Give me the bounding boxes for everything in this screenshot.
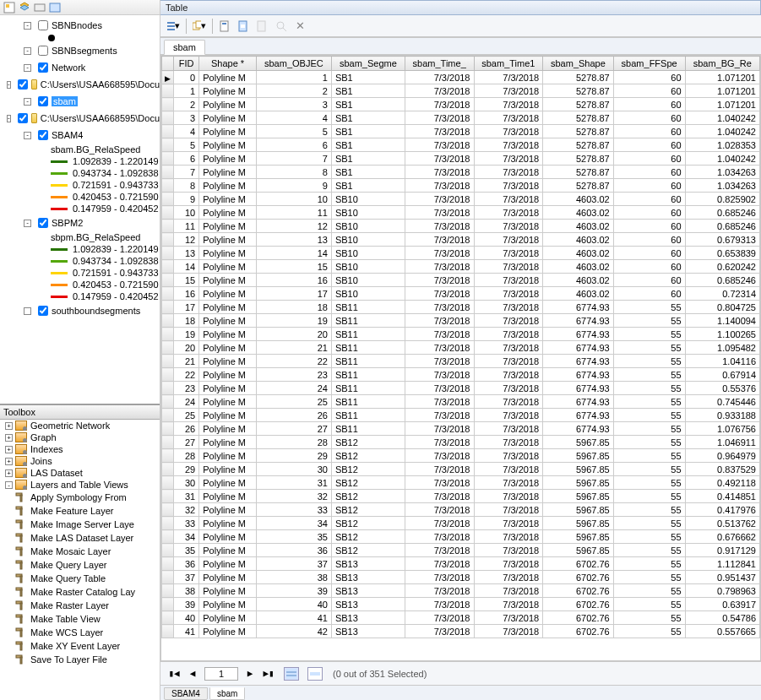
table-cell[interactable]: 16	[256, 274, 331, 287]
table-cell[interactable]: 7/3/2018	[474, 301, 543, 314]
table-cell[interactable]: 7/3/2018	[405, 409, 474, 422]
table-cell[interactable]: 24	[256, 382, 331, 395]
table-row[interactable]: 3Polyline M4SB17/3/20187/3/20185278.8760…	[162, 111, 760, 125]
table-cell[interactable]: 11	[256, 206, 331, 220]
table-cell[interactable]: 1.095482	[685, 341, 759, 355]
toc-tree[interactable]: -SBNBnodes-SBNBsegments-Network-C:\Users…	[0, 15, 160, 404]
layer-checkbox[interactable]	[38, 20, 48, 30]
table-cell[interactable]: 55	[613, 571, 685, 584]
table-cell[interactable]: Polyline M	[199, 422, 257, 436]
table-cell[interactable]: 1.046911	[685, 436, 759, 449]
table-cell[interactable]: 18	[174, 314, 199, 328]
row-header[interactable]	[162, 220, 174, 233]
table-cell[interactable]: 55	[613, 625, 685, 638]
table-cell[interactable]: 0.798963	[685, 584, 759, 598]
table-cell[interactable]: 23	[256, 368, 331, 382]
table-cell[interactable]: 6774.93	[543, 341, 614, 355]
table-cell[interactable]: 7/3/2018	[474, 328, 543, 341]
table-cell[interactable]: 7/3/2018	[405, 84, 474, 98]
table-cell[interactable]: 0.417976	[685, 503, 759, 517]
table-cell[interactable]: 6702.76	[543, 625, 614, 638]
table-cell[interactable]: 7/3/2018	[474, 625, 543, 638]
row-header[interactable]: ▶	[162, 71, 174, 84]
table-cell[interactable]: 18	[256, 301, 331, 314]
table-row[interactable]: 37Polyline M38SB137/3/20187/3/20186702.7…	[162, 571, 760, 584]
table-cell[interactable]: Polyline M	[199, 166, 257, 179]
table-cell[interactable]: 38	[174, 584, 199, 598]
row-header[interactable]	[162, 355, 174, 368]
table-cell[interactable]: Polyline M	[199, 220, 257, 233]
table-cell[interactable]: 7/3/2018	[474, 476, 543, 490]
table-cell[interactable]: 33	[174, 517, 199, 530]
row-header[interactable]	[162, 530, 174, 544]
table-row[interactable]: 8Polyline M9SB17/3/20187/3/20185278.8760…	[162, 179, 760, 193]
table-cell[interactable]: 5967.85	[543, 544, 614, 557]
table-cell[interactable]: 55	[613, 598, 685, 611]
table-cell[interactable]: SB10	[331, 206, 405, 220]
record-number-input[interactable]	[204, 667, 238, 681]
table-row[interactable]: 36Polyline M37SB137/3/20187/3/20186702.7…	[162, 557, 760, 571]
table-cell[interactable]: Polyline M	[199, 503, 257, 517]
table-cell[interactable]: 60	[613, 247, 685, 260]
table-cell[interactable]: 7/3/2018	[405, 584, 474, 598]
table-row[interactable]: 23Polyline M24SB117/3/20187/3/20186774.9…	[162, 382, 760, 395]
table-cell[interactable]: 7/3/2018	[405, 436, 474, 449]
table-cell[interactable]: 6774.93	[543, 368, 614, 382]
table-cell[interactable]: 7/3/2018	[474, 233, 543, 247]
table-cell[interactable]: 7/3/2018	[474, 287, 543, 301]
table-cell[interactable]: 0.557665	[685, 625, 759, 638]
table-cell[interactable]: 7/3/2018	[474, 395, 543, 409]
row-header[interactable]	[162, 152, 174, 166]
table-cell[interactable]: Polyline M	[199, 260, 257, 274]
table-cell[interactable]: SB12	[331, 544, 405, 557]
table-cell[interactable]: 6774.93	[543, 314, 614, 328]
table-cell[interactable]: 60	[613, 233, 685, 247]
table-cell[interactable]: SB11	[331, 382, 405, 395]
table-cell[interactable]: 14	[256, 247, 331, 260]
table-cell[interactable]: 7/3/2018	[474, 220, 543, 233]
table-cell[interactable]: 55	[613, 503, 685, 517]
table-cell[interactable]: 1.071201	[685, 98, 759, 111]
layer-checkbox[interactable]	[18, 79, 28, 90]
table-cell[interactable]: 55	[613, 328, 685, 341]
table-row[interactable]: 20Polyline M21SB117/3/20187/3/20186774.9…	[162, 341, 760, 355]
row-header[interactable]	[162, 193, 174, 206]
tool-item[interactable]: Make Raster Catalog Lay	[0, 585, 160, 599]
table-cell[interactable]: Polyline M	[199, 368, 257, 382]
table-cell[interactable]: 60	[613, 220, 685, 233]
table-cell[interactable]: 38	[256, 571, 331, 584]
table-cell[interactable]: 55	[613, 517, 685, 530]
table-cell[interactable]: 0.685246	[685, 220, 759, 233]
table-cell[interactable]: 24	[174, 395, 199, 409]
table-cell[interactable]: Polyline M	[199, 395, 257, 409]
table-cell[interactable]: 30	[256, 463, 331, 476]
table-row[interactable]: 34Polyline M35SB127/3/20187/3/20185967.8…	[162, 530, 760, 544]
table-row[interactable]: 11Polyline M12SB107/3/20187/3/20184603.0…	[162, 220, 760, 233]
table-cell[interactable]: 26	[174, 422, 199, 436]
table-cell[interactable]: 6702.76	[543, 611, 614, 625]
table-cell[interactable]: 7	[256, 152, 331, 166]
table-cell[interactable]: 55	[613, 422, 685, 436]
table-cell[interactable]: Polyline M	[199, 274, 257, 287]
table-cell[interactable]: 60	[613, 260, 685, 274]
table-cell[interactable]: Polyline M	[199, 584, 257, 598]
row-header[interactable]	[162, 517, 174, 530]
table-cell[interactable]: 4603.02	[543, 260, 614, 274]
table-row[interactable]: 16Polyline M17SB107/3/20187/3/20184603.0…	[162, 287, 760, 301]
table-cell[interactable]: Polyline M	[199, 544, 257, 557]
table-cell[interactable]: 7	[174, 166, 199, 179]
table-cell[interactable]: 7/3/2018	[474, 571, 543, 584]
table-cell[interactable]: 7/3/2018	[405, 111, 474, 125]
table-cell[interactable]: Polyline M	[199, 530, 257, 544]
table-cell[interactable]: Polyline M	[199, 571, 257, 584]
table-row[interactable]: 32Polyline M33SB127/3/20187/3/20185967.8…	[162, 503, 760, 517]
table-cell[interactable]: 0.67914	[685, 368, 759, 382]
row-header[interactable]	[162, 98, 174, 111]
table-cell[interactable]: 7/3/2018	[405, 206, 474, 220]
attribute-table[interactable]: FIDShape *sbam_OBJECsbam_Segmesbam_Time_…	[160, 55, 761, 661]
table-cell[interactable]: 7/3/2018	[405, 193, 474, 206]
table-cell[interactable]: 7/3/2018	[474, 598, 543, 611]
table-cell[interactable]: 32	[256, 490, 331, 503]
tool-item[interactable]: Make Query Layer	[0, 558, 160, 572]
table-cell[interactable]: 15	[174, 274, 199, 287]
